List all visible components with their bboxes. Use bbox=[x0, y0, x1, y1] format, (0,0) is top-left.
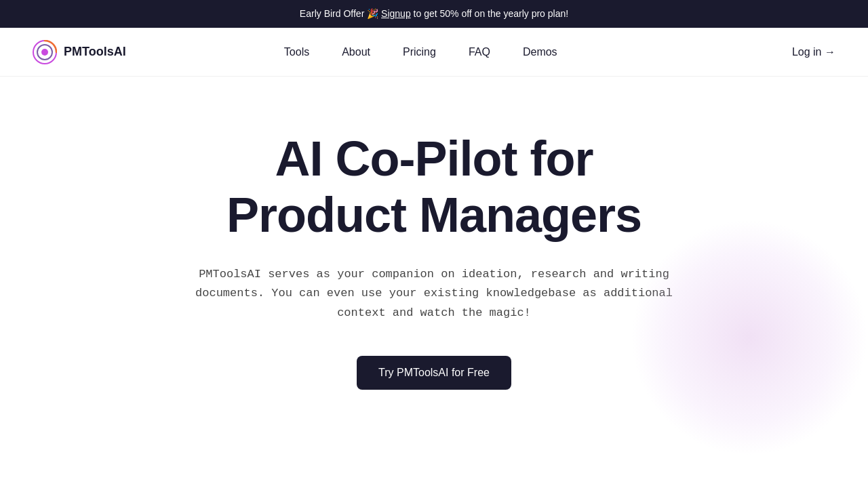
nav-link-demos[interactable]: Demos bbox=[523, 46, 557, 58]
nav-links: Tools About Pricing FAQ Demos bbox=[243, 46, 557, 58]
announcement-text-before: Early Bird Offer 🎉 bbox=[300, 8, 381, 19]
hero-title: AI Co-Pilot for Product Managers bbox=[180, 131, 688, 243]
logo-text: PMToolsAI bbox=[64, 45, 126, 59]
navbar: PMToolsAI Tools About Pricing FAQ Demos … bbox=[0, 28, 868, 77]
nav-link-faq[interactable]: FAQ bbox=[469, 46, 490, 58]
nav-link-about[interactable]: About bbox=[342, 46, 370, 58]
logo-icon bbox=[33, 40, 57, 64]
nav-link-pricing[interactable]: Pricing bbox=[403, 46, 436, 58]
announcement-signup-link[interactable]: Signup bbox=[381, 8, 411, 19]
announcement-text-after: to get 50% off on the yearly pro plan! bbox=[411, 8, 568, 19]
announcement-bar: Early Bird Offer 🎉 Signup to get 50% off… bbox=[0, 0, 868, 28]
logo-area[interactable]: PMToolsAI bbox=[33, 40, 126, 64]
login-link[interactable]: Log in → bbox=[792, 46, 835, 58]
hero-subtitle: PMToolsAI serves as your companion on id… bbox=[180, 265, 688, 324]
nav-right: Log in → bbox=[792, 46, 835, 58]
hero-section: AI Co-Pilot for Product Managers PMTools… bbox=[0, 77, 868, 456]
cta-button[interactable]: Try PMToolsAI for Free bbox=[357, 356, 511, 390]
nav-link-tools[interactable]: Tools bbox=[284, 46, 309, 58]
svg-point-2 bbox=[41, 49, 48, 56]
